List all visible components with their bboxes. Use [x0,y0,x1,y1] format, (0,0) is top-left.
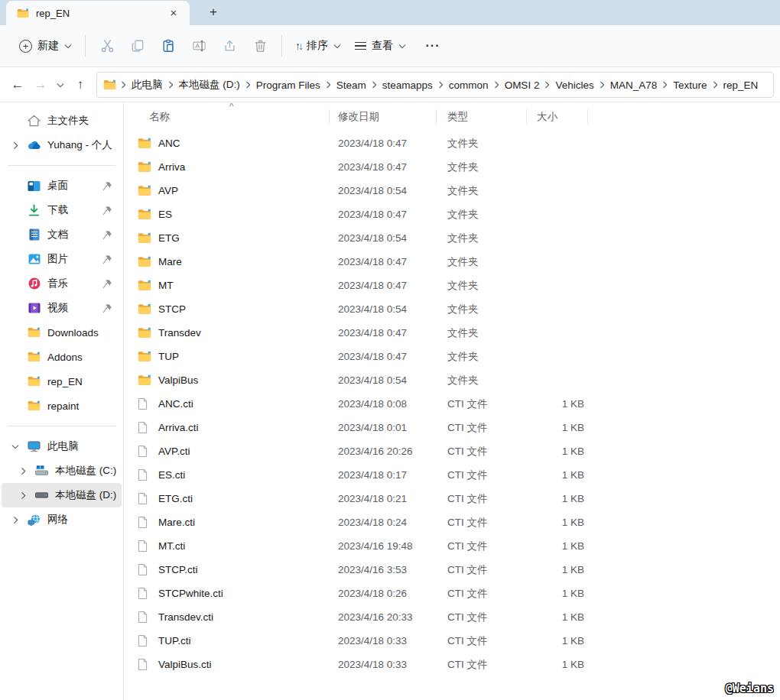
column-resizer[interactable] [436,109,437,125]
sidebar-item-onedrive[interactable]: Yuhang - 个人 [2,133,122,157]
breadcrumb-chevron-icon[interactable] [372,81,377,89]
file-row[interactable]: Mare 2023/4/18 0:47 文件夹 [124,250,780,274]
file-row[interactable]: Transdev.cti 2023/4/16 20:33 CTI 文件 1 KB [124,605,780,629]
file-row[interactable]: MT.cti 2023/4/16 19:48 CTI 文件 1 KB [124,534,780,558]
breadcrumb-item[interactable]: common [445,76,492,94]
explorer-tab[interactable]: rep_EN × [6,1,190,25]
sidebar-item-this-pc[interactable]: 此电脑 [2,434,122,459]
file-row[interactable]: ValpiBus.cti 2023/4/18 0:33 CTI 文件 1 KB [124,653,780,676]
column-header-name[interactable]: 名称 [138,110,329,124]
file-type: 文件夹 [436,326,526,340]
breadcrumb-item[interactable]: Steam [333,76,370,94]
up-button[interactable]: ↑ [69,73,92,96]
new-tab-button[interactable]: + [203,3,223,23]
breadcrumb-chevron-icon[interactable] [121,81,126,89]
file-row[interactable]: ANC.cti 2023/4/18 0:08 CTI 文件 1 KB [124,392,780,416]
breadcrumb-item[interactable]: OMSI 2 [501,76,544,94]
expand-chevron-icon[interactable] [17,491,29,500]
file-row[interactable]: AVP 2023/4/18 0:54 文件夹 [124,179,780,203]
address-bar[interactable]: 此电脑本地磁盘 (D:)Program FilesSteamsteamappsc… [96,72,774,98]
sidebar-item-desktop[interactable]: 桌面 [2,173,122,198]
file-row[interactable]: ES 2023/4/18 0:47 文件夹 [124,203,780,226]
breadcrumb-chevron-icon[interactable] [662,81,668,89]
history-dropdown-button[interactable] [52,73,69,96]
breadcrumb-item[interactable]: steamapps [379,76,437,94]
breadcrumb-chevron-icon[interactable] [713,81,718,89]
sidebar-item-network[interactable]: 网络 [2,507,122,532]
file-row[interactable]: ETG 2023/4/18 0:54 文件夹 [124,226,780,250]
breadcrumb-item[interactable]: Texture [669,76,710,94]
file-row[interactable]: STCPwhite.cti 2023/4/18 0:26 CTI 文件 1 KB [124,582,780,605]
collapse-chevron-icon[interactable] [9,444,21,449]
delete-button[interactable] [245,32,275,60]
file-row[interactable]: Arriva 2023/4/18 0:47 文件夹 [124,155,780,179]
sidebar-item-drive-d[interactable]: 本地磁盘 (D:) [2,483,122,507]
expand-chevron-icon[interactable] [9,516,21,524]
column-header-type[interactable]: 类型 [436,110,526,124]
sidebar-item-music[interactable]: 音乐 [2,271,122,296]
file-row[interactable]: ES.cti 2023/4/18 0:17 CTI 文件 1 KB [124,463,780,487]
file-size: 1 KB [526,659,587,670]
tab-close-icon[interactable]: × [165,5,182,21]
breadcrumb-chevron-icon[interactable] [600,81,605,89]
sort-button[interactable]: ↑↓ 排序 [288,32,348,60]
cut-button[interactable] [92,32,122,60]
sidebar-item-rep-en[interactable]: rep_EN [2,369,122,394]
sidebar-item-pictures[interactable]: 图片 [2,247,122,271]
paste-button[interactable] [153,32,184,60]
column-resizer[interactable] [526,109,527,125]
new-button[interactable]: + 新建 [12,32,79,60]
file-icon [138,588,151,600]
sidebar-item-documents[interactable]: 文档 [2,222,122,247]
sidebar-item-downloads-folder[interactable]: Downloads [2,320,122,345]
expand-chevron-icon[interactable] [9,141,21,150]
file-row[interactable]: ANC 2023/4/18 0:47 文件夹 [124,131,780,155]
file-row[interactable]: AVP.cti 2023/4/16 20:26 CTI 文件 1 KB [124,439,780,463]
share-button[interactable] [214,32,245,60]
view-button[interactable]: 查看 [348,32,413,60]
forward-button[interactable]: → [29,73,52,96]
sidebar-item-drive-c[interactable]: 本地磁盘 (C:) [2,459,122,483]
sidebar-item-home[interactable]: 主文件夹 [2,109,122,133]
breadcrumb-item[interactable]: 此电脑 [128,75,167,95]
breadcrumb-chevron-icon[interactable] [494,81,499,89]
breadcrumb-item[interactable]: Vehicles [551,76,597,94]
file-row[interactable]: STCP.cti 2023/4/16 3:53 CTI 文件 1 KB [124,558,780,582]
column-resizer[interactable] [329,109,330,125]
breadcrumb-chevron-icon[interactable] [168,81,174,89]
column-resizer[interactable] [587,109,588,125]
tab-folder-icon [17,8,29,18]
breadcrumb-chevron-icon[interactable] [245,81,251,89]
column-header-date[interactable]: 修改日期 [329,110,436,124]
file-row[interactable]: ValpiBus 2023/4/18 0:54 文件夹 [124,368,780,392]
expand-chevron-icon[interactable] [17,467,29,475]
file-row[interactable]: Arriva.cti 2023/4/18 0:01 CTI 文件 1 KB [124,416,780,439]
rename-button[interactable] [184,32,214,60]
breadcrumb-chevron-icon[interactable] [438,81,444,89]
file-row[interactable]: ETG.cti 2023/4/18 0:21 CTI 文件 1 KB [124,487,780,510]
file-row[interactable]: STCP 2023/4/18 0:54 文件夹 [124,297,780,321]
file-row[interactable]: Mare.cti 2023/4/18 0:24 CTI 文件 1 KB [124,510,780,534]
toolbar-separator [85,35,86,57]
chevron-down-icon [398,44,406,49]
file-row[interactable]: TUP.cti 2023/4/18 0:33 CTI 文件 1 KB [124,629,780,653]
back-button[interactable]: ← [6,73,29,96]
breadcrumb-chevron-icon[interactable] [544,81,550,89]
breadcrumb-item[interactable]: MAN_A78 [606,76,661,94]
column-header-size[interactable]: 大小 [526,110,587,124]
breadcrumb-chevron-icon[interactable] [326,81,331,89]
breadcrumb-item[interactable]: 本地磁盘 (D:) [175,75,244,95]
sidebar-item-downloads-quick[interactable]: 下载 [2,198,122,222]
breadcrumb-item[interactable]: Program Files [252,76,324,94]
copy-button[interactable] [122,32,153,60]
breadcrumb-item[interactable]: rep_EN [720,76,762,94]
file-icon [138,564,151,576]
sidebar-item-videos[interactable]: 视频 [2,296,122,320]
file-row[interactable]: TUP 2023/4/18 0:47 文件夹 [124,345,780,368]
file-date-modified: 2023/4/18 0:47 [329,327,436,339]
sidebar-item-addons[interactable]: Addons [2,345,122,369]
more-options-button[interactable]: ··· [418,32,448,60]
file-row[interactable]: MT 2023/4/18 0:47 文件夹 [124,274,780,297]
sidebar-item-repaint[interactable]: repaint [2,394,122,418]
file-row[interactable]: Transdev 2023/4/18 0:47 文件夹 [124,321,780,345]
